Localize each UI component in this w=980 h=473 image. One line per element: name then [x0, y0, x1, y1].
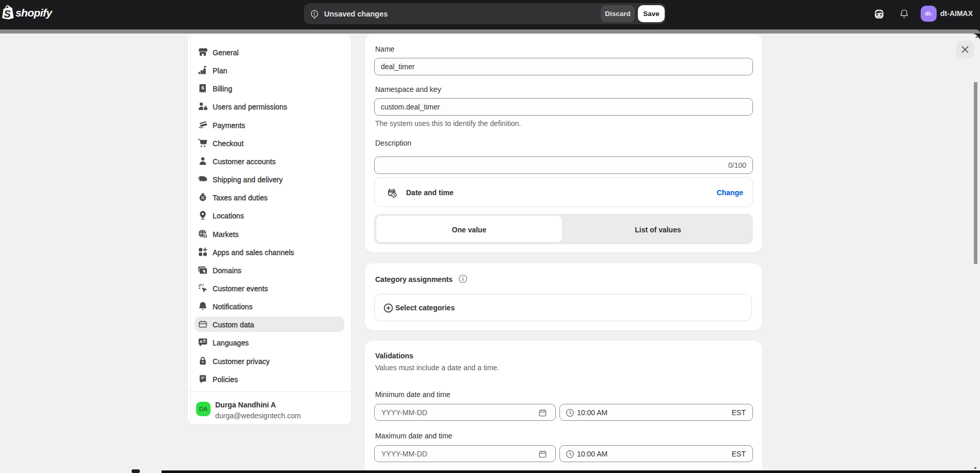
svg-text:shopify: shopify [15, 7, 53, 19]
svg-text:S: S [4, 8, 11, 20]
svg-text:A: A [200, 340, 203, 344]
svg-text:$: $ [201, 85, 204, 90]
svg-text:$: $ [204, 234, 206, 239]
